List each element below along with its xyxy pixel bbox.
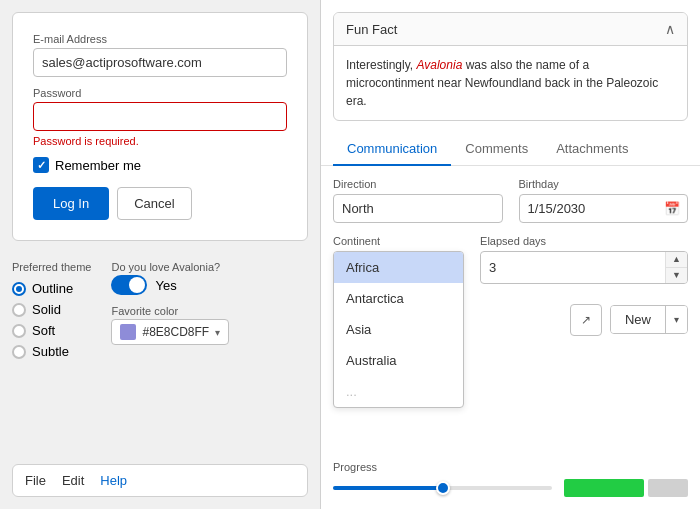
- elapsed-label: Elapsed days: [480, 235, 688, 247]
- continent-label: Continent: [333, 235, 464, 247]
- progress-bar-gray: [648, 479, 688, 497]
- remember-row: Remember me: [33, 157, 287, 173]
- theme-label: Preferred theme: [12, 261, 91, 273]
- cancel-button[interactable]: Cancel: [117, 187, 191, 220]
- menu-file[interactable]: File: [25, 473, 46, 488]
- theme-col: Preferred theme Outline Solid Soft Subtl…: [12, 261, 91, 359]
- password-input[interactable]: [33, 102, 287, 131]
- direction-birthday-row: Direction North South East West Birthday…: [333, 178, 688, 223]
- color-swatch: [120, 324, 136, 340]
- elapsed-input[interactable]: [481, 254, 665, 281]
- continent-item-europe[interactable]: ...: [334, 376, 463, 407]
- email-field-group: E-mail Address: [33, 33, 287, 77]
- calendar-icon[interactable]: 📅: [664, 201, 680, 216]
- external-link-btn[interactable]: ↗: [570, 304, 602, 336]
- new-btn[interactable]: New: [611, 306, 665, 333]
- elapsed-col: Elapsed days ▲ ▼ ↗ New ▾: [480, 235, 688, 348]
- remember-label: Remember me: [55, 158, 141, 173]
- continent-item-asia[interactable]: Asia: [334, 314, 463, 345]
- direction-select-wrapper: North South East West: [333, 194, 503, 223]
- right-theme-col: Do you love Avalonia? Yes Favorite color…: [111, 261, 229, 359]
- birthday-input[interactable]: [519, 194, 689, 223]
- tabs-row: Communication Comments Attachments: [321, 133, 700, 166]
- new-split-btn: New ▾: [610, 305, 688, 334]
- radio-solid-label: Solid: [32, 302, 61, 317]
- left-panel: E-mail Address Password Password is requ…: [0, 0, 320, 509]
- fun-fact-box: Fun Fact ∧ Interestingly, Avalonia was a…: [333, 12, 688, 121]
- progress-label: Progress: [333, 461, 688, 473]
- fun-fact-text-before: Interestingly,: [346, 58, 416, 72]
- email-label: E-mail Address: [33, 33, 287, 45]
- color-value: #8E8CD8FF: [142, 325, 209, 339]
- radio-outline-btn[interactable]: [12, 282, 26, 296]
- password-error: Password is required.: [33, 135, 287, 147]
- right-panel: Fun Fact ∧ Interestingly, Avalonia was a…: [320, 0, 700, 509]
- new-btn-arrow[interactable]: ▾: [665, 306, 687, 333]
- elapsed-spinner: ▲ ▼: [480, 251, 688, 284]
- radio-outline[interactable]: Outline: [12, 281, 91, 296]
- password-field-group: Password Password is required.: [33, 87, 287, 147]
- radio-soft-btn[interactable]: [12, 324, 26, 338]
- progress-row: [333, 479, 688, 497]
- radio-subtle-btn[interactable]: [12, 345, 26, 359]
- color-chevron-icon: ▾: [215, 327, 220, 338]
- spinner-up-btn[interactable]: ▲: [666, 252, 687, 268]
- avalonia-toggle-label: Yes: [155, 278, 176, 293]
- radio-soft[interactable]: Soft: [12, 323, 91, 338]
- radio-soft-label: Soft: [32, 323, 55, 338]
- email-input[interactable]: [33, 48, 287, 77]
- login-card: E-mail Address Password Password is requ…: [12, 12, 308, 241]
- birthday-col: Birthday 📅: [519, 178, 689, 223]
- direction-col: Direction North South East West: [333, 178, 503, 223]
- action-row: ↗ New ▾: [480, 304, 688, 336]
- spinner-buttons: ▲ ▼: [665, 252, 687, 283]
- continent-dropdown: Africa Antarctica Asia Australia ...: [333, 251, 464, 408]
- spinner-down-btn[interactable]: ▼: [666, 268, 687, 283]
- radio-subtle[interactable]: Subtle: [12, 344, 91, 359]
- theme-section: Preferred theme Outline Solid Soft Subtl…: [12, 251, 308, 369]
- avalonia-label: Do you love Avalonia?: [111, 261, 229, 273]
- fun-fact-title: Fun Fact: [346, 22, 397, 37]
- radio-solid[interactable]: Solid: [12, 302, 91, 317]
- birthday-date-wrapper: 📅: [519, 194, 689, 223]
- content-area: Direction North South East West Birthday…: [321, 166, 700, 461]
- radio-subtle-label: Subtle: [32, 344, 69, 359]
- continent-elapsed-row: Continent Africa Antarctica Asia Austral…: [333, 235, 688, 408]
- tab-communication[interactable]: Communication: [333, 133, 451, 166]
- fun-fact-content: Interestingly, Avalonia was also the nam…: [334, 46, 687, 120]
- tab-comments[interactable]: Comments: [451, 133, 542, 166]
- color-label: Favorite color: [111, 305, 229, 317]
- color-group: Favorite color #8E8CD8FF ▾: [111, 305, 229, 345]
- birthday-label: Birthday: [519, 178, 689, 190]
- fun-fact-header: Fun Fact ∧: [334, 13, 687, 46]
- password-label: Password: [33, 87, 287, 99]
- avalonia-group: Do you love Avalonia? Yes: [111, 261, 229, 295]
- menu-edit[interactable]: Edit: [62, 473, 84, 488]
- direction-label: Direction: [333, 178, 503, 190]
- direction-select[interactable]: North South East West: [333, 194, 503, 223]
- avalonia-toggle[interactable]: [111, 275, 147, 295]
- menu-help[interactable]: Help: [100, 473, 127, 488]
- continent-item-africa[interactable]: Africa: [334, 252, 463, 283]
- external-link-icon: ↗: [581, 313, 591, 327]
- tab-attachments[interactable]: Attachments: [542, 133, 642, 166]
- btn-row: Log In Cancel: [33, 187, 287, 220]
- progress-slider-fill: [333, 486, 443, 490]
- progress-section: Progress: [321, 461, 700, 509]
- radio-solid-btn[interactable]: [12, 303, 26, 317]
- progress-slider-track[interactable]: [333, 486, 552, 490]
- continent-col: Continent Africa Antarctica Asia Austral…: [333, 235, 464, 408]
- progress-bar-wrapper: [564, 479, 688, 497]
- continent-item-australia[interactable]: Australia: [334, 345, 463, 376]
- fun-fact-highlight: Avalonia: [416, 58, 462, 72]
- color-picker[interactable]: #8E8CD8FF ▾: [111, 319, 229, 345]
- continent-item-antarctica[interactable]: Antarctica: [334, 283, 463, 314]
- remember-checkbox[interactable]: [33, 157, 49, 173]
- menu-bar: File Edit Help: [12, 464, 308, 497]
- progress-slider-thumb[interactable]: [436, 481, 450, 495]
- progress-bar-green: [564, 479, 644, 497]
- radio-outline-label: Outline: [32, 281, 73, 296]
- toggle-row: Yes: [111, 275, 229, 295]
- login-button[interactable]: Log In: [33, 187, 109, 220]
- fun-fact-collapse-icon[interactable]: ∧: [665, 21, 675, 37]
